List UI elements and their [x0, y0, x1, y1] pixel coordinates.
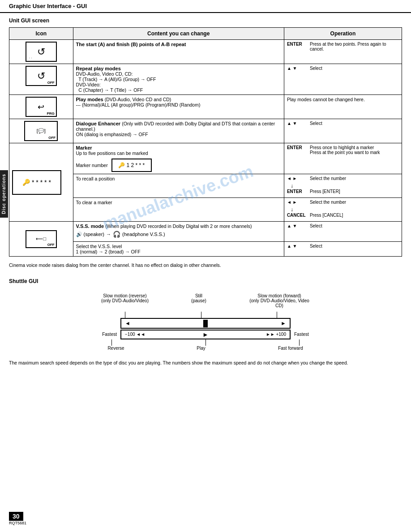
op-row: ▲ ▼ Select [287, 121, 399, 126]
repeat-icon: ↺ OFF [26, 66, 57, 86]
marker-title: Marker [76, 145, 281, 150]
op-cell-marker-main: ENTER Press once to highlight a markerPr… [284, 143, 402, 174]
shuttle-bottom-note: The maximum search speed depends on the … [9, 360, 402, 367]
vss-mode-title: V.S.S. mode (When playing DVD recorded i… [76, 223, 281, 229]
op-key: ▲ ▼ [287, 121, 307, 126]
fastest-left: Fastest [102, 332, 117, 337]
content-cell-marker-recall: To recall a position [73, 174, 284, 198]
marker-number-icon: 🔑 1 2 * * * [111, 159, 152, 172]
footer-model: RQT5681 [9, 521, 26, 525]
play-modes-icon: ↩ PRG [26, 97, 57, 117]
op-text: Select the number [310, 176, 399, 181]
icon-cell-dialogue: [💬] OFF [9, 119, 73, 143]
arrow-down: ↓ [291, 183, 399, 189]
op-cell-play: Play modes cannot be changed here. [284, 95, 402, 119]
op-key: ▲ ▼ [287, 244, 307, 249]
slow-forward-label: Slow motion (forward)(only DVD-Audio/Vid… [246, 293, 313, 308]
content-cell-vss-level: Select the V.S.S. level 1 (normal) → 2 (… [73, 242, 284, 257]
play-label: Play [188, 346, 214, 351]
op-row: CANCEL Press [CANCEL] [287, 213, 399, 218]
op-row: ENTER Press at the two points. Press aga… [287, 42, 399, 51]
marker-number-row: Marker number 🔑 1 2 * * * [76, 159, 281, 172]
op-key: ENTER [287, 145, 307, 150]
reverse-label: Reverse [98, 346, 134, 351]
icon-cell-ab: ↺ . . [9, 40, 73, 64]
table-row-vss: ⟵□ OFF V.S.S. mode (When playing DVD rec… [9, 222, 402, 242]
table-row-marker: 🔑 * * * * * Marker Up to five positions … [9, 143, 402, 174]
op-cell-marker-clear: ◄ ► Select the number ↓ CANCEL Press [CA… [284, 198, 402, 222]
fastest-right: Fastest [294, 332, 309, 337]
vss-icon: ⟵□ OFF [26, 230, 57, 248]
icon-cell-play: ↩ PRG [9, 95, 73, 119]
dialogue-icon: [💬] OFF [24, 121, 58, 141]
op-text: Press [CANCEL] [310, 213, 399, 218]
op-text: Select the number [310, 200, 399, 205]
sidebar-disc-operations: Disc operations [0, 170, 8, 218]
op-text: Press once to highlight a markerPress at… [310, 145, 399, 155]
op-cell-repeat: ▲ ▼ Select [284, 64, 402, 95]
content-cell-play: Play modes (DVD-Audio, Video CD and CD) … [73, 95, 284, 119]
content-cell-vss: V.S.S. mode (When playing DVD recorded i… [73, 222, 284, 242]
content-cell-ab: The start (A) and finish (B) points of A… [73, 40, 284, 64]
op-key: ▲ ▼ [287, 223, 307, 228]
ab-repeat-icon: ↺ . . [26, 42, 57, 62]
op-cell-dialogue: ▲ ▼ Select [284, 119, 402, 143]
op-text: Press at the two points. Press again to … [310, 42, 399, 51]
op-text: Select [310, 223, 399, 228]
page-footer: 30 RQT5681 [9, 513, 26, 525]
op-row: ◄ ► Select the number [287, 176, 399, 181]
op-row: ◄ ► Select the number [287, 200, 399, 205]
table-row: ↺ . . The start (A) and finish (B) point… [9, 40, 402, 64]
slow-reverse-label: Slow motion (reverse)(only DVD-Audio/Vid… [98, 293, 152, 308]
shuttle-gui-title: Shuttle GUI [9, 278, 402, 284]
shuttle-diagram: Slow motion (reverse)(only DVD-Audio/Vid… [71, 293, 340, 351]
table-row: ↺ OFF Repeat play modes DVD-Audio, Video… [9, 64, 402, 95]
op-row: ENTER Press once to highlight a markerPr… [287, 145, 399, 155]
table-row: ↩ PRG Play modes (DVD-Audio, Video CD an… [9, 95, 402, 119]
col-operation: Operation [284, 28, 402, 40]
page-header: Graphic User Interface - GUI [0, 0, 411, 13]
content-cell-marker-main: Marker Up to five positions can be marke… [73, 143, 284, 174]
op-row: ▲ ▼ Select [287, 244, 399, 249]
marker-desc: Up to five positions can be marked [76, 150, 281, 156]
op-cell-vss-level: ▲ ▼ Select [284, 242, 402, 257]
op-cell-vss: ▲ ▼ Select [284, 222, 402, 242]
op-key: ENTER [287, 189, 307, 194]
table-row: [💬] OFF Dialogue Enhancer (Only with DVD… [9, 119, 402, 143]
col-icon: Icon [9, 28, 73, 40]
page-content: Unit GUI screen Icon Content you can cha… [0, 13, 411, 378]
op-key: CANCEL [287, 213, 307, 218]
op-cell-marker-recall: ◄ ► Select the number ↓ ENTER Press [ENT… [284, 174, 402, 198]
marker-star-icon: 🔑 * * * * * [12, 170, 61, 195]
shuttle-inner-bar: ◄ ▐▌ ► [120, 318, 291, 329]
op-text: Select [310, 121, 399, 126]
content-bold-repeat: Repeat play modes [76, 66, 281, 71]
icon-cell-repeat: ↺ OFF [9, 64, 73, 95]
op-row: ▲ ▼ Select [287, 66, 399, 71]
still-label: Still(pause) [185, 293, 212, 308]
unit-gui-title: Unit GUI screen [9, 17, 402, 24]
op-cell-ab: ENTER Press at the two points. Press aga… [284, 40, 402, 64]
shuttle-top-bar: ◄ ▐▌ ► [71, 318, 340, 329]
arrow-down: ↓ [291, 206, 399, 213]
shuttle-section: Shuttle GUI Slow motion (reverse)(only D… [9, 278, 402, 367]
op-row: ▲ ▼ Select [287, 223, 399, 228]
op-text: Select [310, 244, 399, 249]
content-normal-repeat: DVD-Audio, Video CD, CD: T (Track) → A (… [76, 71, 281, 93]
op-row: ENTER Press [ENTER] [287, 189, 399, 194]
content-cell-dialogue: Dialogue Enhancer (Only with DVD recorde… [73, 119, 284, 143]
gui-table: Icon Content you can change Operation ↺ … [9, 27, 402, 257]
op-key: ◄ ► [287, 200, 307, 205]
op-key: ◄ ► [287, 176, 307, 181]
shuttle-top-labels: Slow motion (reverse)(only DVD-Audio/Vid… [71, 293, 340, 308]
shuttle-track-bar: −100 ◄◄ ► ►► +100 [120, 330, 291, 339]
shuttle-bottom-labels: Reverse Play Fast forward [71, 346, 340, 351]
op-key: ▲ ▼ [287, 66, 307, 71]
col-content: Content you can change [73, 28, 284, 40]
op-text: Press [ENTER] [310, 189, 399, 194]
fast-forward-label: Fast forward [268, 346, 313, 351]
icon-cell-marker: 🔑 * * * * * [9, 143, 73, 222]
content-cell-marker-clear: To clear a marker [73, 198, 284, 222]
page-number: 30 [9, 512, 23, 521]
page-title: Graphic User Interface - GUI [9, 3, 87, 9]
